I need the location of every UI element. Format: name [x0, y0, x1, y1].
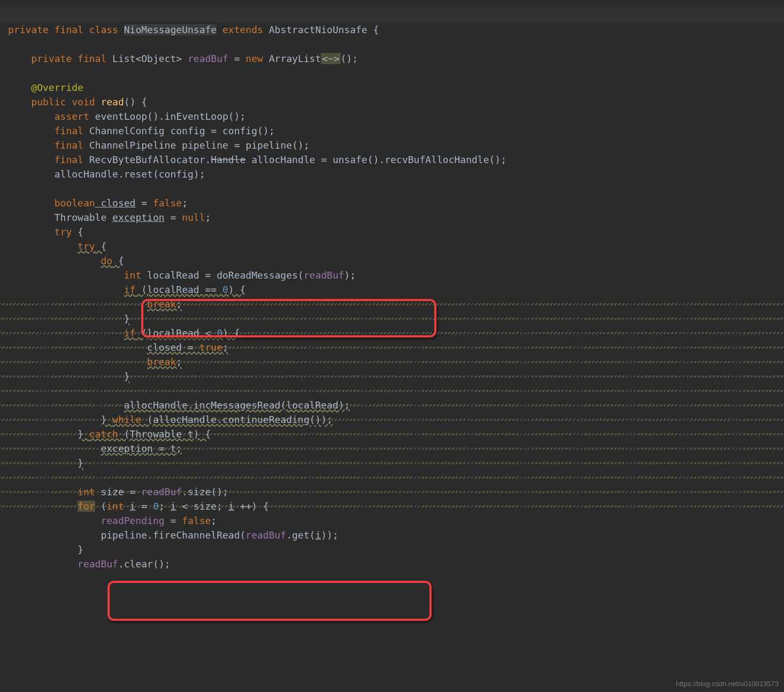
kw-while: while	[112, 414, 141, 425]
semi: ;	[176, 356, 182, 367]
call: .get(	[286, 529, 315, 541]
annotation-box-2	[107, 581, 432, 621]
kw-null: null	[182, 212, 205, 223]
semi: ;	[205, 212, 211, 223]
annotation-override: @Override	[31, 82, 83, 93]
var-i: i	[171, 501, 176, 512]
eq: =	[135, 197, 153, 209]
type: RecvByteBufAllocator.	[83, 154, 211, 165]
kw-int: int	[124, 270, 142, 281]
assign: closed =	[147, 342, 199, 353]
brace: }	[78, 544, 83, 555]
brace: {	[95, 241, 107, 252]
kw-break: break	[147, 356, 176, 367]
sp	[124, 501, 130, 512]
superclass: AbstractNioUnsafe	[269, 24, 367, 35]
assign: exception = t;	[101, 443, 182, 454]
semi: ;	[211, 515, 217, 526]
kw-private: private	[8, 24, 49, 35]
call: allocHandle.reset(config);	[55, 168, 205, 180]
num-zero: 0	[153, 501, 159, 512]
field-readbuf: readBuf	[245, 529, 286, 541]
eq: =	[135, 501, 153, 512]
decl: size =	[95, 486, 142, 497]
brace: {	[72, 226, 83, 237]
kw-int: int	[106, 501, 124, 512]
kw-for: for	[78, 501, 95, 512]
class-name: NioMessageUnsafe	[124, 24, 217, 35]
tail: );	[344, 270, 356, 281]
field-readbuf: readBuf	[188, 53, 228, 64]
kw-if: if	[124, 327, 136, 339]
semi: ;	[222, 342, 228, 353]
num-zero: 0	[217, 327, 222, 339]
kw-extends: extends	[222, 24, 263, 35]
type: List<Object>	[112, 53, 182, 64]
lt: < size;	[176, 501, 228, 512]
call: .clear();	[118, 558, 171, 570]
brace: }	[101, 414, 112, 425]
brace: {	[367, 24, 379, 35]
inc: ++) {	[234, 501, 269, 512]
var-i: i	[228, 501, 234, 512]
kw-break: break	[147, 298, 176, 310]
eq: =	[228, 53, 246, 64]
kw-int: int	[78, 486, 95, 497]
code-editor[interactable]: private final class NioMessageUnsafe ext…	[0, 0, 784, 586]
kw-public: public	[31, 96, 66, 107]
kw-final: final	[55, 24, 83, 35]
brace: }	[78, 428, 89, 440]
var-i: i	[130, 501, 136, 512]
diamond-op: <~>	[321, 53, 341, 64]
eq: =	[165, 212, 182, 223]
brace: }	[78, 457, 83, 468]
method-name: read	[101, 96, 124, 107]
kw-true: true	[199, 342, 222, 353]
kw-do: do	[101, 255, 112, 266]
kw-final: final	[55, 125, 83, 136]
kw-private: private	[31, 53, 72, 64]
arg-readbuf: readBuf	[304, 270, 344, 281]
cond: (localRead <	[135, 327, 217, 339]
watermark: https://blog.csdn.net/u010013573	[676, 679, 779, 689]
semi: ;	[176, 298, 182, 310]
kw-void: void	[72, 96, 95, 107]
decl: ChannelConfig config = config();	[83, 125, 275, 136]
call: pipeline.fireChannelRead(	[101, 529, 245, 541]
kw-try: try	[55, 226, 72, 237]
var-i: i	[315, 529, 321, 541]
field-readbuf: readBuf	[78, 558, 118, 570]
kw-false: false	[182, 515, 211, 526]
type: Throwable	[55, 212, 112, 223]
paren: (	[95, 501, 107, 512]
parens: () {	[124, 96, 147, 107]
decl: localRead = doReadMessages(	[141, 270, 303, 281]
rest: allocHandle = unsafe().recvBufAllocHandl…	[245, 154, 506, 165]
semi: ;	[182, 197, 188, 209]
kw-boolean: boolean	[55, 197, 95, 209]
var-exception: exception	[112, 212, 165, 223]
kw-final: final	[55, 154, 83, 165]
brace: }	[124, 371, 130, 382]
cond: ) {	[228, 284, 246, 295]
kw-if: if	[124, 284, 136, 295]
var-closed: closed	[95, 197, 136, 209]
kw-false: false	[153, 197, 182, 209]
call: .size();	[182, 486, 228, 497]
decl: ChannelPipeline pipeline = pipeline();	[83, 140, 310, 151]
num-zero: 0	[222, 284, 228, 295]
tail: ));	[321, 529, 339, 541]
call: eventLoop().inEventLoop();	[89, 111, 246, 122]
field-readbuf: readBuf	[141, 486, 182, 497]
ctor: ArrayList	[269, 53, 321, 64]
brace: {	[112, 255, 124, 266]
cond: (Throwable t) {	[118, 428, 211, 440]
cond: (localRead ==	[135, 284, 222, 295]
deprecated-handle: Handle	[211, 154, 245, 165]
eq: =	[165, 515, 182, 526]
cond: (allocHandle.continueReading());	[141, 414, 333, 425]
semi: ;	[159, 501, 171, 512]
tail: ();	[341, 53, 358, 64]
code-content: private final class NioMessageUnsafe ext…	[8, 22, 784, 571]
call: allocHandle.incMessagesRead(localRead);	[124, 399, 350, 411]
